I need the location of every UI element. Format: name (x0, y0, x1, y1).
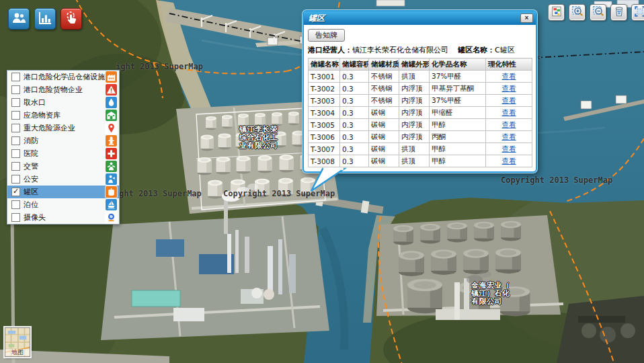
layer-checkbox[interactable] (11, 149, 20, 158)
dialog-title-bar[interactable]: 罐区 × (304, 11, 536, 25)
layer-label: 公安 (24, 174, 106, 184)
table-cell: 不锈钢 (369, 83, 399, 95)
table-row: T-30020.3不锈钢内浮顶甲基异丁基酮查看 (309, 83, 532, 95)
layer-checkbox[interactable] (11, 136, 20, 145)
table-cell: 不锈钢 (369, 71, 399, 83)
contacts-button[interactable] (8, 8, 30, 30)
layer-checkbox[interactable] (11, 213, 20, 222)
layer-item-major-hazard[interactable]: 重大危险源企业 (7, 122, 119, 134)
table-cell: T-3001 (309, 71, 340, 83)
table-cell: 37%甲醛 (430, 95, 486, 107)
table-row: T-30040.3碳钢内浮顶甲缩醛查看 (309, 107, 532, 119)
column-header: 理化特性 (486, 58, 532, 71)
close-button[interactable]: × (520, 13, 533, 23)
table-cell: 内浮顶 (399, 95, 430, 107)
table-cell: 0.3 (340, 119, 369, 131)
company-label-zhenjiang: 镇江李长荣 综合石化工 业有限公司 (239, 126, 293, 150)
dialog-title: 罐区 (309, 13, 325, 23)
table-row: T-30060.3碳钢内浮顶丙酮查看 (309, 131, 532, 143)
notice-board-button[interactable]: 告知牌 (308, 29, 345, 42)
table-cell: 不锈钢 (369, 95, 399, 107)
table-cell: 0.3 (340, 131, 369, 143)
view-properties-link[interactable]: 查看 (502, 84, 516, 92)
layer-item-hospital[interactable]: 医院 (7, 147, 119, 160)
view-properties-link[interactable]: 查看 (502, 132, 516, 140)
column-header: 储罐容积 (340, 58, 369, 71)
legend-icon (551, 5, 563, 19)
view-properties-link[interactable]: 查看 (502, 120, 516, 128)
table-cell: 拱顶 (399, 155, 430, 167)
layer-checkbox[interactable] (11, 85, 20, 94)
layer-checkbox[interactable]: ✓ (11, 188, 20, 196)
legend-button[interactable] (548, 4, 565, 21)
layer-label: 港口危险货物企业 (24, 85, 106, 95)
minimap-toggle-button[interactable]: 地图 (5, 327, 30, 357)
view-properties-link[interactable]: 查看 (502, 157, 516, 165)
table-cell: 37%甲醛 (430, 71, 486, 83)
layer-item-emergency-warehouse[interactable]: 应急物资库 (7, 109, 119, 122)
danger-warning-icon (106, 84, 117, 95)
column-header: 储罐材质 (369, 58, 399, 71)
layer-label: 消防 (24, 136, 106, 146)
chemical-storage-icon (106, 71, 117, 83)
table-cell: T-3003 (309, 95, 340, 107)
table-cell: 内浮顶 (399, 119, 430, 131)
water-drop-icon (106, 97, 117, 108)
zoom-in-button[interactable] (569, 4, 586, 21)
table-cell: 拱顶 (399, 143, 430, 155)
table-row: T-30080.3碳钢拱顶甲醇查看 (309, 155, 532, 167)
dialog-body: 告知牌 港口经营人：镇江李长荣石化仓储有限公司罐区名称：C罐区 储罐名称储罐容积… (304, 25, 536, 171)
area-name-value: C罐区 (495, 46, 515, 54)
table-cell: 碳钢 (369, 119, 399, 131)
zoom-in-icon (571, 5, 583, 19)
table-cell: 查看 (486, 95, 532, 107)
layer-item-tank-area[interactable]: ✓罐区 (7, 186, 119, 198)
zoom-out-button[interactable] (590, 4, 606, 21)
layer-checkbox[interactable] (11, 98, 20, 107)
layer-item-police[interactable]: 公安 (7, 173, 119, 186)
column-header: 储罐名称 (309, 58, 340, 71)
layer-label: 取水口 (24, 97, 106, 108)
layer-item-fire[interactable]: 消防 (7, 134, 119, 147)
layer-checkbox[interactable] (11, 175, 20, 184)
layer-item-port-danger-goods[interactable]: 港口危险货物企业 (7, 83, 119, 96)
layer-checkbox[interactable] (11, 124, 20, 132)
police-icon (106, 173, 117, 185)
table-cell: 0.3 (340, 71, 369, 83)
clear-button[interactable] (610, 4, 627, 21)
full-extent-button[interactable] (631, 4, 644, 21)
select-mode-button[interactable] (61, 8, 82, 30)
layer-label: 交警 (24, 161, 106, 171)
layer-checkbox[interactable] (11, 73, 20, 81)
table-cell: 碳钢 (369, 131, 399, 143)
layer-label: 摄像头 (24, 212, 106, 223)
table-cell: 碳钢 (369, 107, 399, 119)
table-header-row: 储罐名称储罐容积储罐材质储罐外形化学品名称理化特性 (309, 58, 532, 71)
view-properties-link[interactable]: 查看 (502, 96, 516, 104)
layer-checkbox[interactable] (11, 200, 20, 209)
dialog-callout-tail (309, 167, 351, 193)
traffic-police-icon (106, 161, 117, 172)
view-properties-link[interactable]: 查看 (502, 145, 516, 153)
layer-item-port-chem-storage[interactable]: 港口危险化学品仓储设施 (7, 71, 119, 83)
zoom-out-icon (592, 5, 604, 19)
table-cell: 丙酮 (430, 131, 486, 143)
table-cell: 查看 (486, 107, 532, 119)
layer-item-berth[interactable]: 泊位 (7, 198, 119, 211)
table-cell: 内浮顶 (399, 83, 430, 95)
table-cell: T-3004 (309, 107, 340, 119)
table-row: T-30050.3碳钢内浮顶甲醇查看 (309, 119, 532, 131)
layer-label: 罐区 (24, 187, 106, 197)
layer-item-water-intake[interactable]: 取水口 (7, 96, 119, 109)
view-properties-link[interactable]: 查看 (502, 108, 516, 116)
layer-checkbox[interactable] (11, 162, 20, 171)
layer-checkbox[interactable] (11, 111, 20, 120)
view-properties-link[interactable]: 查看 (502, 72, 516, 80)
layer-item-traffic-police[interactable]: 交警 (7, 160, 119, 173)
table-cell: 碳钢 (369, 155, 399, 167)
label-line: 有限公司 (471, 298, 525, 306)
table-row: T-30010.3不锈钢拱顶37%甲醛查看 (309, 71, 532, 83)
statistics-button[interactable] (34, 8, 56, 30)
tank-area-dialog: 罐区 × 告知牌 港口经营人：镇江李长荣石化仓储有限公司罐区名称：C罐区 储罐名… (303, 10, 537, 173)
layer-item-camera[interactable]: 摄像头 (7, 211, 119, 224)
